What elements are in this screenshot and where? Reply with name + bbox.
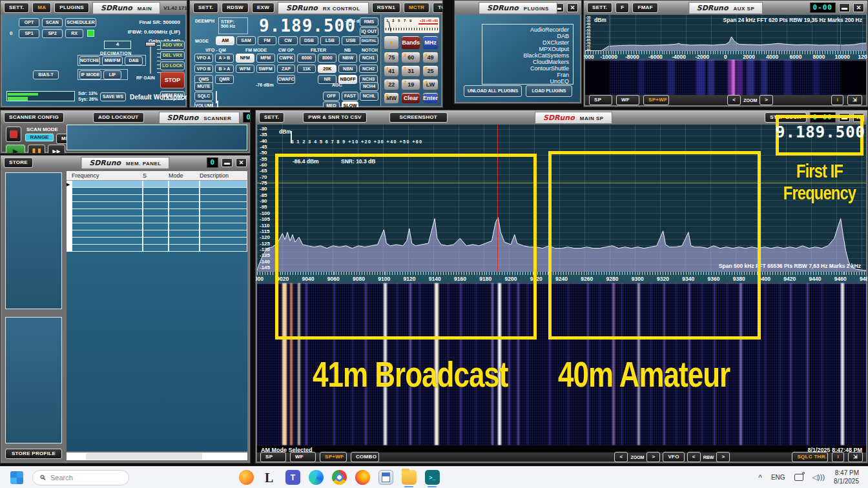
keypad-key[interactable]: 531 bbox=[401, 65, 420, 77]
rx-grid-button[interactable]: NFM bbox=[236, 54, 254, 63]
if-mode-button[interactable]: IF MODE bbox=[79, 70, 101, 79]
keypad-key[interactable]: Enter bbox=[422, 92, 439, 104]
mem-table-row[interactable] bbox=[67, 202, 247, 209]
save-workspace-button[interactable]: SAVE WS bbox=[100, 92, 126, 101]
decimation-value[interactable]: 4 bbox=[104, 41, 131, 49]
add-lockout-button[interactable]: ADD LOCKOUT bbox=[93, 112, 143, 123]
rx-button[interactable]: RX bbox=[65, 29, 83, 38]
plugin-list-item[interactable]: CloudMarkers bbox=[533, 59, 569, 65]
mem-table-cell[interactable] bbox=[169, 202, 200, 209]
close-icon[interactable]: ✕ bbox=[853, 3, 864, 12]
start-button[interactable] bbox=[10, 471, 23, 484]
rbw-down-button[interactable]: < bbox=[687, 452, 701, 462]
keypad-key[interactable]: Clear bbox=[401, 92, 420, 104]
keypad-key[interactable]: 860 bbox=[401, 52, 420, 63]
mwfm-notch-button[interactable]: MW/FM bbox=[102, 56, 123, 65]
screenshot-button[interactable]: SCREENSHOT bbox=[389, 112, 448, 123]
mem-table-cell[interactable] bbox=[143, 195, 169, 202]
column-header[interactable]: Description bbox=[200, 172, 247, 179]
scanner-config-button[interactable]: SCANNER CONFIG bbox=[4, 112, 64, 123]
mem-table-row[interactable] bbox=[67, 188, 247, 195]
sp2-button[interactable]: SP2 bbox=[42, 29, 63, 38]
row-selector-gutter[interactable] bbox=[67, 230, 72, 238]
scan-pause-button[interactable]: ❚❚ bbox=[28, 145, 45, 154]
row-selector-gutter[interactable] bbox=[67, 238, 72, 245]
plugin-list-item[interactable]: UnoEQ bbox=[550, 78, 569, 85]
plugin-list-item[interactable]: MPXOutput bbox=[539, 46, 569, 52]
sp-wf-view-button[interactable]: SP+WF bbox=[320, 452, 347, 462]
rms-button[interactable]: RMS bbox=[360, 17, 378, 26]
keypad-key[interactable]: 441 bbox=[384, 65, 399, 77]
mem-table-cell[interactable] bbox=[143, 230, 169, 238]
mem-table-cell[interactable] bbox=[143, 238, 169, 245]
scan-range-button[interactable]: RANGE bbox=[25, 134, 54, 141]
keypad-key[interactable]: 0MW bbox=[384, 92, 399, 104]
mem-horizontal-scrollbar[interactable] bbox=[67, 452, 247, 460]
volume-slider[interactable] bbox=[217, 101, 218, 108]
rx-grid-button[interactable]: A > B bbox=[215, 54, 234, 63]
step-lock-button[interactable]: STEP LOCK bbox=[765, 112, 806, 123]
chrome-icon[interactable] bbox=[332, 470, 347, 485]
mode-button[interactable]: SAM bbox=[236, 36, 255, 45]
mode-button[interactable]: USB bbox=[342, 36, 360, 45]
mem-table-cell[interactable] bbox=[169, 188, 200, 195]
sqlc-button[interactable]: SQLC bbox=[194, 92, 213, 101]
mute-button[interactable]: MUTE bbox=[194, 82, 213, 91]
aux-waterfall[interactable] bbox=[585, 59, 866, 96]
mem-table-row[interactable] bbox=[67, 223, 247, 230]
agc-fast-button[interactable]: FAST bbox=[342, 92, 358, 101]
search-box[interactable]: 🔍︎ Search bbox=[32, 470, 129, 485]
file-explorer-icon[interactable] bbox=[402, 470, 417, 485]
mem-table-row[interactable] bbox=[67, 245, 247, 252]
rx-grid-button[interactable]: CWAFC bbox=[277, 75, 296, 84]
sqlc-threshold-button[interactable]: SQLC THR. bbox=[792, 452, 828, 462]
mode-button[interactable]: CW bbox=[278, 36, 297, 45]
nch4-button[interactable]: NCH4 bbox=[360, 82, 378, 91]
combo-view-button[interactable]: COMBO bbox=[351, 452, 379, 462]
fmaf-button[interactable]: FMAF bbox=[632, 3, 657, 13]
mem-table-cell[interactable] bbox=[200, 230, 247, 238]
mem-table-cell[interactable] bbox=[143, 209, 169, 216]
scan-button[interactable]: SCAN bbox=[42, 18, 63, 27]
keypad-key[interactable]: 3LW bbox=[422, 79, 439, 90]
rx-grid-button[interactable]: CWPK bbox=[277, 54, 296, 63]
plugins-list[interactable]: AudioRecorderDABDXClusterMPXOutputBlackC… bbox=[482, 24, 574, 85]
mem-table-cell[interactable] bbox=[143, 188, 169, 195]
mode-button[interactable]: LSB bbox=[320, 36, 339, 45]
rx-grid-button[interactable]: WFM bbox=[236, 65, 254, 74]
volume-label-button[interactable]: VOLUME bbox=[194, 101, 213, 108]
store-button[interactable]: STORE bbox=[4, 158, 33, 168]
mem-table-row[interactable] bbox=[67, 195, 247, 202]
scan-skip-button[interactable]: ▶▶ bbox=[48, 145, 65, 154]
mode-button[interactable]: FM bbox=[258, 36, 276, 45]
plugin-list-item[interactable]: ContourShuttle bbox=[530, 65, 569, 72]
mem-table-row[interactable]: ▶ bbox=[67, 181, 247, 188]
volume-icon[interactable]: ◁))) bbox=[812, 473, 825, 482]
mem-table-cell[interactable] bbox=[200, 238, 247, 245]
row-selector-gutter[interactable] bbox=[67, 245, 72, 252]
keypad-key[interactable]: 775 bbox=[384, 52, 399, 63]
rx-grid-button[interactable]: 11K bbox=[297, 65, 316, 74]
notches-button[interactable]: NOTCHES bbox=[79, 56, 100, 65]
clock[interactable]: 8:47 PM 8/1/2025 bbox=[834, 469, 859, 485]
row-selector-gutter[interactable]: ▶ bbox=[67, 181, 72, 188]
scan-play-button[interactable]: ▶ bbox=[6, 145, 25, 154]
vfo-cursor-line[interactable] bbox=[497, 125, 498, 272]
sp-view-button[interactable]: SP bbox=[589, 95, 612, 105]
teams-icon[interactable]: T bbox=[285, 470, 300, 485]
f-button[interactable]: F bbox=[615, 3, 629, 13]
mem-table-cell[interactable] bbox=[200, 202, 247, 209]
mem-table-cell[interactable] bbox=[72, 245, 143, 252]
rx-grid-button[interactable]: B > A bbox=[215, 65, 234, 74]
rx-grid-button[interactable]: SWFM bbox=[256, 65, 275, 74]
scheduler-button[interactable]: SCHEDULER bbox=[65, 18, 96, 27]
stop-button[interactable]: STOP bbox=[160, 72, 185, 88]
zoom-out-button[interactable]: < bbox=[614, 452, 628, 462]
mem-table-row[interactable] bbox=[67, 230, 247, 238]
plugin-list-item[interactable]: AudioRecorder bbox=[530, 26, 569, 33]
rx-grid-button[interactable]: MFM bbox=[256, 54, 275, 63]
mem-table-cell[interactable] bbox=[200, 223, 247, 230]
mem-table-cell[interactable] bbox=[143, 245, 169, 252]
zoom-out-button[interactable]: < bbox=[727, 95, 741, 105]
step-box[interactable]: STEP:500 Hz bbox=[218, 17, 248, 34]
